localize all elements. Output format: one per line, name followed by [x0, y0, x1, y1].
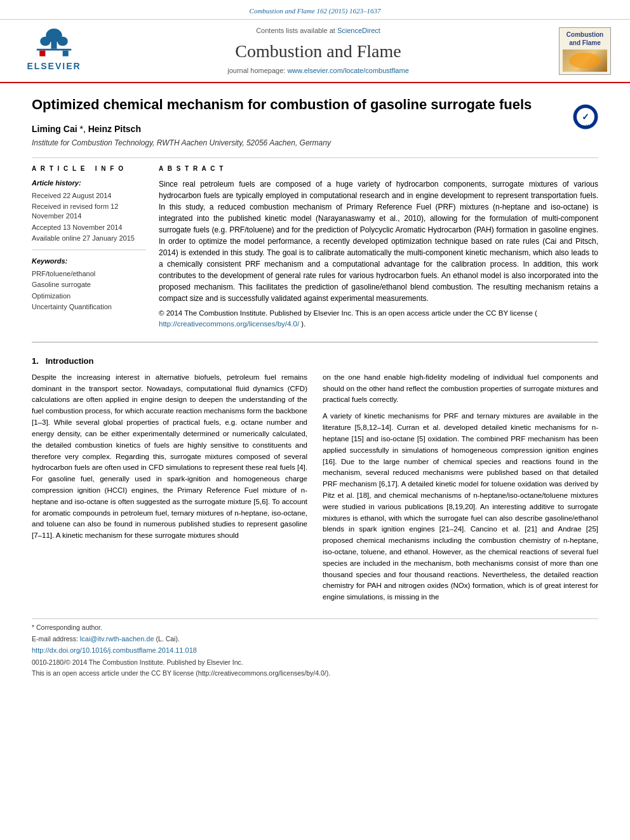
- abstract-text: Since real petroleum fuels are composed …: [159, 178, 598, 304]
- svg-point-4: [57, 37, 67, 46]
- divider-1: [32, 157, 598, 158]
- keyword-3: Optimization: [32, 291, 146, 301]
- revised-date: Received in revised form 12 November 201…: [32, 202, 146, 222]
- paper-title: Optimized chemical mechanism for combust…: [32, 96, 598, 114]
- divider-keywords: [32, 250, 146, 250]
- open-access-note: This is an open access article under the…: [32, 669, 598, 678]
- header-center: Contents lists available at ScienceDirec…: [89, 26, 547, 76]
- abstract-col: A B S T R A C T Since real petroleum fue…: [159, 164, 598, 330]
- keyword-1: PRF/toluene/ethanol: [32, 269, 146, 279]
- intro-para-1: Despite the increasing interest in alter…: [32, 372, 307, 542]
- cover-image: [563, 50, 607, 72]
- sciencedirect-link[interactable]: ScienceDirect: [337, 27, 380, 34]
- section-label: Introduction: [46, 356, 94, 366]
- crossmark-icon: ✓ CrossMark: [573, 104, 598, 130]
- section-number: 1.: [32, 356, 39, 366]
- issn-line: 0010-2180/© 2014 The Combustion Institut…: [32, 658, 598, 667]
- author-name: Liming Cai: [32, 124, 77, 134]
- elsevier-logo: ELSEVIER: [19, 29, 89, 73]
- body-columns: Despite the increasing interest in alter…: [32, 372, 598, 608]
- footnotes: * Corresponding author. E-mail address: …: [32, 618, 598, 678]
- article-info-abstract: A R T I C L E I N F O Article history: R…: [32, 164, 598, 330]
- introduction-section: 1. Introduction Despite the increasing i…: [32, 356, 598, 608]
- doi-link[interactable]: http://dx.doi.org/10.1016/j.combustflame…: [32, 646, 197, 654]
- email-suffix: (L. Cai).: [156, 635, 180, 643]
- copyright-end: ).: [301, 320, 305, 328]
- keyword-2: Gasoline surrogate: [32, 280, 146, 290]
- paper-content: Optimized chemical mechanism for combust…: [0, 83, 630, 691]
- keywords-label: Keywords:: [32, 257, 146, 266]
- keyword-4: Uncertainty Quantification: [32, 302, 146, 312]
- journal-citation: Combustion and Flame 162 (2015) 1623–163…: [250, 7, 381, 15]
- body-col-left: Despite the increasing interest in alter…: [32, 372, 307, 608]
- email-footnote: E-mail address: lcai@itv.rwth-aachen.de …: [32, 634, 598, 644]
- svg-text:CrossMark: CrossMark: [578, 124, 594, 128]
- article-info-col: A R T I C L E I N F O Article history: R…: [32, 164, 146, 330]
- elsevier-name: ELSEVIER: [27, 60, 81, 73]
- doi-line: http://dx.doi.org/10.1016/j.combustflame…: [32, 646, 598, 655]
- page: Combustion and Flame 162 (2015) 1623–163…: [0, 0, 630, 840]
- article-history-label: Article history:: [32, 178, 146, 188]
- svg-text:✓: ✓: [582, 112, 589, 122]
- journal-main-title: Combustion and Flame: [89, 39, 547, 63]
- header-main: ELSEVIER Contents lists available at Sci…: [0, 20, 630, 83]
- affiliation: Institute for Combustion Technology, RWT…: [32, 138, 598, 149]
- intro-title: 1. Introduction: [32, 356, 598, 367]
- copyright-start: © 2014 The Combustion Institute. Publish…: [159, 309, 537, 317]
- homepage-label: journal homepage:: [227, 67, 287, 74]
- intro-para-right-1: on the one hand enable high-fidelity mod…: [323, 372, 598, 406]
- copyright-text: © 2014 The Combustion Institute. Publish…: [159, 308, 598, 330]
- title-area: Optimized chemical mechanism for combust…: [32, 96, 598, 114]
- svg-point-3: [40, 37, 50, 46]
- article-info-header: A R T I C L E I N F O: [32, 164, 146, 173]
- corresponding-author: * Corresponding author.: [32, 623, 598, 632]
- divider-body: [32, 342, 598, 343]
- svg-rect-5: [39, 51, 45, 57]
- svg-rect-0: [37, 49, 72, 51]
- abstract-header: A B S T R A C T: [159, 164, 598, 173]
- author-name-2: Heinz Pitsch: [88, 124, 141, 134]
- header-top-bar: Combustion and Flame 162 (2015) 1623–163…: [0, 0, 630, 20]
- elsevier-logo-area: ELSEVIER: [19, 29, 89, 73]
- cover-title: Combustion and Flame: [562, 30, 608, 47]
- journal-cover: Combustion and Flame: [559, 27, 611, 75]
- journal-homepage: journal homepage: www.elsevier.com/locat…: [89, 66, 547, 76]
- elsevier-tree-icon: [32, 29, 76, 60]
- authors-line: Liming Cai *, Heinz Pitsch: [32, 123, 598, 136]
- cc-license-link[interactable]: http://creativecommons.org/licenses/by/4…: [159, 320, 299, 328]
- email-link[interactable]: lcai@itv.rwth-aachen.de: [80, 635, 154, 643]
- contents-line: Contents lists available at ScienceDirec…: [89, 26, 547, 36]
- contents-label: Contents lists available at: [256, 27, 335, 34]
- svg-rect-6: [63, 51, 69, 57]
- crossmark-area: ✓ CrossMark: [573, 104, 598, 133]
- header-right: Combustion and Flame: [547, 27, 611, 75]
- author-star: *,: [79, 124, 88, 134]
- intro-para-right-2: A variety of kinetic mechanisms for PRF …: [323, 411, 598, 603]
- body-col-right: on the one hand enable high-fidelity mod…: [323, 372, 598, 608]
- email-label: E-mail address:: [32, 635, 80, 643]
- received-date: Received 22 August 2014: [32, 191, 146, 201]
- homepage-url[interactable]: www.elsevier.com/locate/combustflame: [287, 67, 408, 74]
- accepted-date: Accepted 13 November 2014: [32, 223, 146, 232]
- available-date: Available online 27 January 2015: [32, 234, 146, 243]
